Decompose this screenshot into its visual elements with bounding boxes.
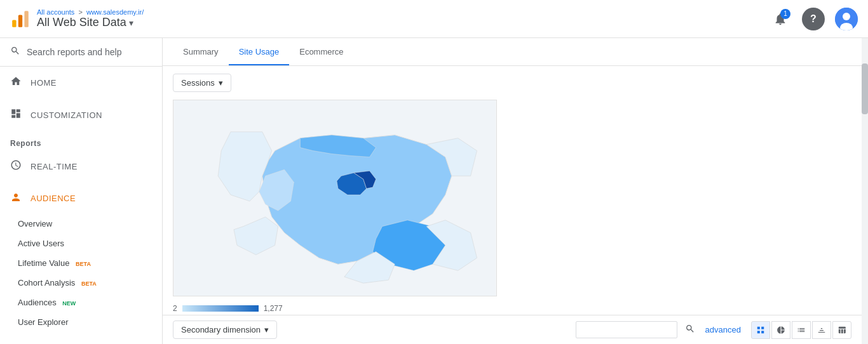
search-bar[interactable]: Search reports and help — [0, 38, 162, 67]
advanced-link[interactable]: advanced — [705, 325, 741, 334]
list-icon — [797, 326, 806, 334]
right-scrollbar[interactable] — [862, 38, 868, 344]
pie-icon — [776, 326, 785, 334]
sidebar-item-customization[interactable]: CUSTOMIZATION — [0, 99, 162, 131]
user-explorer-label: User Explorer — [18, 317, 68, 327]
notifications-button[interactable]: 1 — [769, 8, 792, 30]
site-title-text: All Web Site Data — [37, 16, 126, 29]
view-table-button[interactable] — [832, 321, 851, 339]
audience-label: AUDIENCE — [31, 194, 76, 203]
home-icon — [10, 76, 22, 90]
content-area: Summary Site Usage Ecommerce Sessions ▾ — [163, 38, 862, 344]
breadcrumb: All accounts > www.salesdemy.ir/ — [37, 8, 144, 16]
tab-summary[interactable]: Summary — [173, 39, 229, 65]
cohort-analysis-label: Cohort Analysis — [18, 278, 75, 288]
view-icons — [751, 321, 851, 339]
audiences-new-badge: NEW — [60, 300, 78, 307]
lifetime-value-label: Lifetime Value — [18, 258, 69, 268]
grid-icon — [756, 326, 765, 334]
bottom-toolbar: Secondary dimension ▾ advanced — [163, 315, 862, 344]
secondary-dim-chevron: ▾ — [264, 325, 269, 334]
map-container — [173, 100, 497, 296]
sidebar-sub-user-explorer[interactable]: User Explorer — [0, 312, 162, 332]
sidebar-sub-cohort-analysis[interactable]: Cohort Analysis BETA — [0, 273, 162, 293]
tab-site-usage[interactable]: Site Usage — [229, 39, 290, 65]
tab-ecommerce[interactable]: Ecommerce — [289, 39, 353, 65]
svg-rect-0 — [12, 20, 16, 27]
view-pie-button[interactable] — [771, 321, 790, 339]
sessions-dropdown[interactable]: Sessions ▾ — [173, 74, 231, 92]
cohort-analysis-beta-badge: BETA — [79, 280, 98, 288]
secondary-dimension-dropdown[interactable]: Secondary dimension ▾ — [173, 321, 277, 339]
customization-label: CUSTOMIZATION — [31, 110, 102, 120]
active-users-label: Active Users — [18, 239, 64, 248]
scrollbar-thumb — [862, 63, 868, 114]
ga-logo-icon — [10, 9, 31, 29]
site-title-chevron: ▾ — [129, 18, 133, 28]
legend-bar — [182, 305, 259, 312]
sidebar-item-realtime[interactable]: REAL-TIME — [0, 150, 162, 183]
header-title-area: All accounts > www.salesdemy.ir/ All Web… — [37, 8, 144, 29]
audiences-label: Audiences — [18, 298, 57, 307]
view-filter-button[interactable] — [812, 321, 831, 339]
logo-area: All accounts > www.salesdemy.ir/ All Web… — [10, 8, 144, 29]
sidebar-sub-overview[interactable]: Overview — [0, 214, 162, 234]
customization-icon — [10, 108, 22, 122]
tab-bar: Summary Site Usage Ecommerce — [163, 38, 862, 66]
all-accounts-link[interactable]: All accounts — [37, 8, 74, 16]
sidebar-sub-audiences[interactable]: Audiences NEW — [0, 293, 162, 312]
site-title[interactable]: All Web Site Data ▾ — [37, 16, 144, 29]
reports-section-label: Reports — [0, 131, 162, 150]
avatar[interactable] — [835, 8, 858, 30]
overview-label: Overview — [18, 219, 52, 228]
content-body: Sessions ▾ — [163, 66, 862, 315]
site-url-link[interactable]: www.salesdemy.ir/ — [86, 8, 144, 16]
secondary-dim-label: Secondary dimension — [181, 325, 261, 334]
search-placeholder: Search reports and help — [27, 47, 121, 57]
avatar-icon — [835, 8, 858, 30]
view-grid-button[interactable] — [751, 321, 770, 339]
lifetime-value-beta-badge: BETA — [74, 260, 93, 268]
svg-rect-1 — [18, 15, 22, 27]
table-search-icon — [685, 324, 695, 334]
sidebar-item-audience[interactable]: AUDIENCE — [0, 183, 162, 214]
audience-icon — [10, 192, 22, 205]
help-button[interactable]: ? — [802, 8, 825, 30]
realtime-label: REAL-TIME — [31, 162, 78, 171]
filter-icon — [817, 326, 826, 334]
home-label: HOME — [31, 78, 57, 88]
header: All accounts > www.salesdemy.ir/ All Web… — [0, 0, 868, 38]
sidebar-sub-active-users[interactable]: Active Users — [0, 234, 162, 253]
search-icon — [10, 46, 20, 58]
header-icons: 1 ? — [769, 8, 858, 30]
map-svg — [173, 100, 496, 296]
svg-rect-2 — [24, 11, 28, 27]
legend-max: 1,277 — [264, 304, 283, 313]
table-icon — [837, 326, 846, 334]
notif-badge: 1 — [780, 9, 790, 19]
sessions-label: Sessions — [181, 78, 215, 88]
table-search-input[interactable] — [576, 321, 677, 338]
sidebar-item-home[interactable]: HOME — [0, 67, 162, 99]
svg-point-4 — [843, 13, 850, 20]
map-legend: 2 1,277 — [173, 304, 851, 313]
sessions-chevron: ▾ — [219, 78, 223, 88]
sidebar-sub-lifetime-value[interactable]: Lifetime Value BETA — [0, 253, 162, 273]
main-layout: Search reports and help HOME CUSTOMIZATI… — [0, 38, 868, 344]
sidebar: Search reports and help HOME CUSTOMIZATI… — [0, 38, 163, 344]
view-list-button[interactable] — [792, 321, 811, 339]
realtime-icon — [10, 159, 22, 174]
table-search-button[interactable] — [682, 321, 698, 339]
legend-min: 2 — [173, 304, 177, 313]
